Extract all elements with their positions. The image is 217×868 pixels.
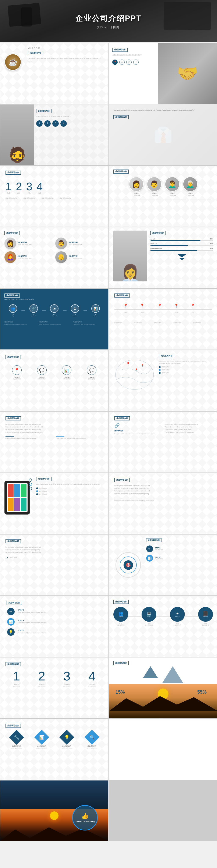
team4-avatar: 👨‍🦳: [183, 177, 198, 192]
circ1-pct: 40%: [113, 623, 128, 624]
process5-icon: 📊: [91, 304, 100, 313]
s19-desc1: 此处填写内容: [155, 549, 163, 551]
slide18-title: 此处填写内容: [5, 539, 21, 544]
di4-desc: Lorem ipsum dolor: [81, 747, 103, 749]
step4: 4: [60, 120, 67, 127]
bar2-pct: 60%: [210, 243, 213, 245]
slide23-title: 此处填写内容: [113, 661, 129, 665]
svc-label4: Services: [81, 684, 103, 685]
pin5-year: 2014: [186, 312, 199, 313]
num3: 3: [26, 181, 32, 192]
slide-25-placeholder: [109, 719, 217, 780]
icon-arrow: ↑: [133, 60, 138, 65]
pin1-desc: 此处填写内容: [115, 322, 133, 324]
slide-13: 📍 📍 📍 此处填写内容 Lorem ipsum dolor sit amet …: [109, 350, 217, 411]
v-step3-icon: 💡: [7, 628, 14, 636]
di4-icon: 🔍: [89, 735, 95, 740]
team2-avatar: 👨: [147, 177, 162, 192]
s15-body: Lorem ipsum dolor sit amet consectetur a…: [165, 423, 212, 434]
team-l1: 👩: [4, 238, 16, 249]
pin4-desc: 此处填写内容: [174, 322, 192, 324]
slide17-title: 此处填写内容: [115, 478, 130, 482]
slide20-title: 此处填写内容: [6, 601, 22, 605]
team-r2-name: 此处填写内容: [69, 255, 83, 257]
process5-label: Next: [94, 315, 97, 317]
icon-heart: ♡: [126, 60, 132, 65]
pin1-year: 2010: [119, 312, 132, 313]
blue-label3: 此处填写内容: [73, 321, 104, 323]
s19-icon2: 📊: [146, 555, 153, 562]
pkg4-icon: 💬: [87, 365, 96, 375]
slide18-sub: 此处填写内容: [10, 557, 18, 559]
slide19-title: 此处填写内容: [146, 538, 161, 542]
slide10-title: 此处填写内容: [4, 293, 20, 298]
slide-18: 此处填写内容 Lorem ipsum dolor sit amet consec…: [0, 534, 108, 595]
team-r2-desc: Lorem ipsum dolor amet: [69, 257, 83, 259]
slide-8: 此处填写内容 👩 此处填写内容 Lorem ipsum dolor amet 👨…: [0, 227, 108, 288]
s15-desc1: Lorem ipsum dolor sit amet consectetur a…: [115, 433, 162, 435]
slide17-body: Lorem ipsum dolor sit amet consectetur a…: [115, 485, 212, 495]
team-r1-desc: Lorem ipsum dolor amet: [69, 244, 83, 245]
slide-5: 👔 "Lorem ipsum dolor sit amet, consectet…: [109, 104, 217, 165]
bar3-label: Lead Satisfaction: [151, 248, 162, 249]
slide4-body: Lorem ipsum dolor sit amet consectetur a…: [36, 115, 106, 118]
circ1: 👥 STEP 1: [113, 607, 128, 622]
pkg2-label: Package: [31, 377, 53, 378]
slide-9: 👩‍💼 此处填写内容 Award 80% Client A: [109, 227, 217, 288]
team-l2-desc: Lorem ipsum dolor amet: [18, 257, 32, 259]
di2-desc: Lorem ipsum dolor: [31, 747, 53, 749]
team2-role: POSITION: [147, 194, 162, 196]
process2-icon: 🔗: [29, 304, 38, 313]
thanks-text: Thanks For Watching: [75, 820, 94, 823]
num1: 1: [5, 181, 12, 192]
blue-desc2: Lorem ipsum dolor sit amet consectetur: [39, 323, 70, 326]
bar1-label: Award: [151, 238, 155, 240]
slide-17: 此处填写内容 Lorem ipsum dolor sit amet consec…: [109, 473, 217, 534]
team1-name: NAME: [129, 193, 144, 194]
slides-grid: WISDOM 此处填写内容 Lorem ipsum dolor sit amet…: [0, 43, 217, 841]
slide14-sub1: Lorem ipsum dolor sit amet consectetur a…: [5, 438, 53, 440]
circ2: 💻 STEP 2: [142, 607, 156, 622]
circ3-pct: 35%: [170, 623, 185, 624]
pct1: 15%: [116, 689, 125, 695]
team1-role: POSITION: [129, 194, 144, 196]
di3-desc: Lorem ipsum dolor: [56, 747, 78, 749]
svc-label3: Services: [56, 684, 78, 685]
process4-label: Discoval: [72, 315, 78, 317]
process3-icon: ✉: [50, 304, 59, 313]
di2-icon: 📊: [39, 735, 44, 740]
pct2: 55%: [197, 689, 207, 695]
blue-desc1: Lorem ipsum dolor sit amet consectetur: [4, 323, 36, 326]
slide-20: 此处填写内容 ✏ STEP 1 Lorem ipsum dolor sit am…: [0, 596, 108, 657]
slide-23: 此处填写内容 15% 55%: [109, 657, 217, 718]
slide2-body: Lorem ipsum dolor sit amet consectetur a…: [28, 57, 103, 62]
s19-step1: STEP 1: [155, 547, 163, 549]
slide-11: 此处填写内容 📍 2010 📍 2011 📍 2012 📍: [109, 289, 217, 350]
circ1-label: 此处填写内容: [113, 624, 128, 626]
circ4-label: 此处填写内容: [198, 624, 213, 626]
slide2-avatar: ☕: [4, 54, 22, 70]
svc-desc3: 此处填写内容: [56, 686, 78, 688]
slide22-title: 此处填写内容: [5, 662, 21, 666]
di1-label: 此处填写内容: [5, 745, 28, 747]
di3-icon: 💡: [64, 735, 69, 740]
loc2: 此处填写内容: [162, 369, 169, 371]
slide11-title: 此处填写内容: [115, 293, 130, 298]
di2-label: 此处填写内容: [31, 745, 53, 747]
slide9-title: 此处填写内容: [151, 231, 166, 235]
process4-icon: ⚙: [71, 304, 79, 313]
slide16-title: 此处填写内容: [36, 477, 52, 481]
slide24-title: 此处填写内容: [5, 724, 21, 728]
process3-num: 03: [53, 314, 55, 315]
process5-num: 05: [95, 314, 96, 315]
s15-head1: 此处填写内容: [115, 430, 162, 432]
pkg1-icon: 📍: [12, 365, 22, 375]
slide-10: 此处填写内容 Donec Volutpat Diam Your Presenta…: [0, 289, 108, 350]
pin2-year: 2011: [136, 312, 149, 313]
blue-desc3: Lorem ipsum dolor sit amet consectetur: [73, 323, 104, 326]
v-step1-icon: ✏: [7, 608, 14, 615]
svc-num2: 2: [31, 671, 53, 682]
bullet1: 此处填写内容: [39, 487, 47, 489]
pin3-desc: 此处填写内容: [154, 322, 173, 324]
slide3-body: 点击位置添加内容文字点击位置添加内容文字: [112, 54, 159, 56]
